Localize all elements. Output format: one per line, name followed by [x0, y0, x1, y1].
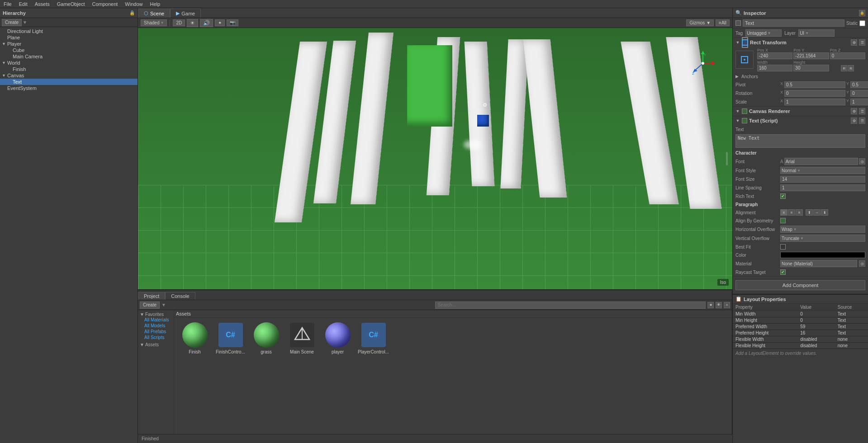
text-script-header[interactable]: ▼ Text (Script) ⚙ ☰	[733, 116, 868, 125]
tree-item-canvas[interactable]: ▼ Canvas	[0, 72, 138, 79]
cr-settings-btn[interactable]: ⚙	[851, 108, 857, 114]
gameobject-active-checkbox[interactable]	[735, 20, 741, 26]
cr-menu-btn[interactable]: ☰	[859, 108, 865, 114]
align-top-btn[interactable]: ⬆	[806, 209, 813, 216]
project-create-btn[interactable]: Create	[140, 302, 160, 309]
posx-input[interactable]	[757, 52, 792, 59]
tree-item-cube[interactable]: Cube	[0, 47, 138, 53]
hierarchy-create-btn[interactable]: Create	[2, 19, 22, 26]
hoverflow-dropdown[interactable]: Wrap ▼	[780, 226, 865, 233]
project-eye-btn[interactable]: 👁	[716, 302, 722, 308]
shade-mode-dropdown[interactable]: Shaded ▼	[141, 19, 167, 26]
menu-component[interactable]: Component	[88, 1, 121, 7]
ts-menu-btn[interactable]: ☰	[859, 118, 865, 124]
tree-item-plane[interactable]: Plane	[0, 34, 138, 41]
align-bottom-btn[interactable]: ⬇	[821, 209, 828, 216]
tree-item-eventsystem[interactable]: EventSystem	[0, 85, 138, 91]
fav-all-scripts[interactable]: All Scripts	[140, 335, 172, 340]
rot-y-input[interactable]	[850, 90, 868, 97]
tree-item-directional-light[interactable]: Directional Light	[0, 28, 138, 34]
fontstyle-dropdown[interactable]: Normal ▼	[780, 167, 865, 174]
raycast-checkbox[interactable]	[780, 269, 786, 275]
tab-project[interactable]: Project	[138, 292, 165, 300]
gameobject-name-field[interactable]	[743, 19, 844, 27]
color-swatch[interactable]	[780, 252, 865, 258]
wh-r-btn[interactable]: R	[841, 65, 847, 71]
scene-view[interactable]: Y X Z Iso	[138, 28, 732, 289]
asset-finish[interactable]: Finish	[178, 321, 212, 354]
project-star-btn[interactable]: ★	[707, 302, 714, 308]
richtext-checkbox[interactable]	[780, 193, 786, 199]
ts-settings-btn[interactable]: ⚙	[851, 118, 857, 124]
add-component-button[interactable]: Add Component	[735, 280, 865, 290]
voverflow-dropdown[interactable]: Truncate ▼	[780, 235, 865, 242]
rect-menu-btn[interactable]: ☰	[859, 39, 865, 46]
tab-console[interactable]: Console	[165, 292, 195, 300]
canvas-renderer-header[interactable]: ▼ Canvas Renderer ⚙ ☰	[733, 107, 868, 116]
rect-transform-header[interactable]: ▼ Rect Transform ⚙ ☰	[733, 38, 868, 47]
inspector-lock-btn[interactable]: 🔒	[859, 10, 865, 16]
mode-2d-btn[interactable]: 2D	[173, 19, 185, 26]
font-target-btn[interactable]: ◎	[859, 158, 865, 165]
material-target-btn[interactable]: ◎	[859, 260, 865, 267]
asset-finishcontro[interactable]: C# FinishContro...	[213, 321, 247, 354]
lighting-btn[interactable]: ☀	[187, 19, 198, 27]
bestfit-checkbox[interactable]	[780, 244, 786, 250]
menu-edit[interactable]: Edit	[15, 1, 31, 7]
menu-assets[interactable]: Assets	[31, 1, 53, 7]
posz-input[interactable]	[830, 52, 865, 59]
anchors-row[interactable]: ▶ Anchors	[733, 72, 868, 80]
asset-grass[interactable]: grass	[249, 321, 283, 354]
linespacing-input[interactable]	[780, 184, 865, 191]
material-dropdown[interactable]: None (Material)	[780, 260, 857, 267]
fav-all-prefabs[interactable]: All Prefabs	[140, 329, 172, 335]
tab-scene[interactable]: ⬡ Scene	[138, 9, 170, 18]
scale-y-input[interactable]	[850, 99, 868, 105]
asset-main-scene[interactable]: Main Scene	[285, 321, 319, 354]
cr-checkbox[interactable]	[742, 108, 747, 114]
search-all-btn[interactable]: ≡All	[716, 19, 730, 26]
rot-x-input[interactable]	[784, 90, 845, 97]
rect-settings-btn[interactable]: ⚙	[851, 39, 857, 46]
project-close-btn[interactable]: ×	[724, 302, 730, 308]
menu-help[interactable]: Help	[146, 1, 164, 7]
menu-window[interactable]: Window	[121, 1, 146, 7]
ts-checkbox[interactable]	[742, 118, 747, 123]
text-value-input[interactable]: New Text	[735, 134, 865, 148]
camera-btn[interactable]: 📷	[227, 19, 238, 26]
project-search-input[interactable]	[435, 302, 706, 309]
scale-x-input[interactable]	[784, 99, 845, 105]
font-dropdown[interactable]: Arial	[784, 158, 858, 165]
tag-dropdown[interactable]: Untagged ▼	[745, 29, 782, 37]
tree-item-finish[interactable]: Finish	[0, 66, 138, 72]
align-right-btn[interactable]: ≡	[796, 209, 803, 216]
tree-item-world[interactable]: ▼ World	[0, 60, 138, 66]
align-left-btn[interactable]: ≡	[780, 209, 787, 216]
tree-item-main-camera[interactable]: Main Camera	[0, 53, 138, 60]
fav-all-models[interactable]: All Models	[140, 323, 172, 329]
posy-input[interactable]	[793, 52, 829, 59]
menu-gameobject[interactable]: GameObject	[53, 1, 89, 7]
height-input[interactable]	[793, 65, 829, 71]
fontsize-input[interactable]	[780, 176, 865, 183]
width-input[interactable]	[757, 65, 792, 71]
asset-player[interactable]: player	[321, 321, 355, 354]
asset-playercontrol[interactable]: C# PlayerControl...	[356, 321, 390, 354]
menu-file[interactable]: File	[0, 1, 15, 7]
align-middle-btn[interactable]: ↔	[813, 209, 821, 216]
layer-dropdown[interactable]: UI ▼	[798, 29, 835, 37]
align-center-btn[interactable]: ≡	[788, 209, 795, 216]
static-checkbox[interactable]	[859, 20, 865, 26]
effects-btn[interactable]: ✦	[215, 19, 225, 26]
fav-all-materials[interactable]: All Materials	[140, 317, 172, 323]
tree-item-text[interactable]: Text	[0, 79, 138, 85]
pivot-x-input[interactable]	[784, 81, 845, 88]
pivot-y-input[interactable]	[850, 81, 868, 88]
tree-item-player[interactable]: ▼ Player	[0, 41, 138, 47]
tab-game[interactable]: ▶ Game	[170, 9, 201, 18]
tab-scene-label: Scene	[150, 11, 164, 16]
alignbygeom-checkbox[interactable]	[780, 218, 786, 223]
wh-r2-btn[interactable]: R	[848, 65, 854, 71]
audio-btn[interactable]: 🔊	[200, 19, 213, 27]
gizmos-btn[interactable]: Gizmos ▼	[686, 19, 714, 26]
